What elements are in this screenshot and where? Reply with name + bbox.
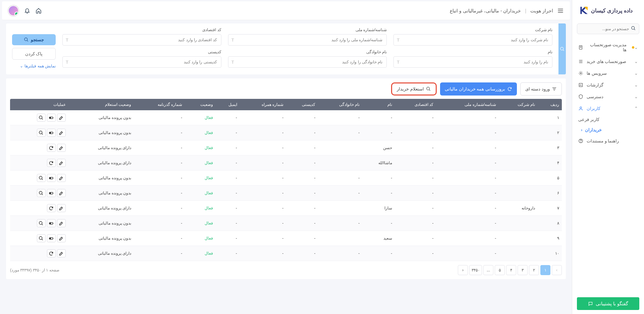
table-cell: بدون پرونده مالیاتی — [68, 171, 134, 186]
menu-search-input[interactable] — [577, 23, 639, 34]
table-cell — [499, 155, 538, 171]
row-search-button[interactable] — [37, 219, 46, 227]
table-cell-ops — [10, 186, 68, 201]
filter-postal-input[interactable] — [62, 56, 221, 68]
row-edit-button[interactable] — [57, 234, 66, 242]
filter-national-input[interactable] — [228, 34, 387, 46]
page-button[interactable]: ۳ — [518, 265, 528, 275]
row-edit-button[interactable] — [57, 129, 66, 137]
nav-purchases[interactable]: ⌄ صورتحساب های خرید — [572, 56, 644, 67]
row-toggle-button[interactable] — [47, 129, 56, 137]
table-cell: - — [395, 231, 436, 246]
filter-economic-input[interactable] — [62, 34, 221, 46]
page-button[interactable]: ۵ — [495, 265, 505, 275]
table-cell — [499, 186, 538, 201]
row-edit-button[interactable] — [57, 249, 66, 257]
row-toggle-button[interactable] — [47, 174, 56, 182]
row-edit-button[interactable] — [57, 144, 66, 152]
svg-line-39 — [42, 179, 43, 180]
nav-reports[interactable]: ⌄ گزارشات — [572, 79, 644, 91]
row-toggle-button[interactable] — [47, 189, 56, 197]
support-button[interactable]: گفتگو با پشتیبانی — [577, 297, 639, 310]
table-cell — [499, 216, 538, 231]
nav-help[interactable]: راهنما و مستندات — [572, 135, 644, 147]
table-cell-ops — [10, 231, 68, 246]
row-refresh-button[interactable] — [47, 204, 56, 212]
table-cell: بدون پرونده مالیاتی — [68, 186, 134, 201]
avatar[interactable] — [8, 5, 19, 16]
buyer-inquiry-button[interactable]: استعلام خریدار — [391, 82, 437, 96]
row-refresh-button[interactable] — [47, 159, 56, 167]
menu-icon[interactable] — [557, 7, 564, 14]
text-icon: T — [66, 60, 68, 65]
row-refresh-button[interactable] — [47, 144, 56, 152]
nav-invoices[interactable]: ⌄ مدیریت صورتحساب ها — [572, 39, 644, 56]
row-edit-button[interactable] — [57, 189, 66, 197]
row-search-button[interactable] — [37, 189, 46, 197]
prev-page-button[interactable]: ‹ — [458, 265, 468, 275]
filter-company-input[interactable] — [393, 34, 552, 46]
page-button[interactable]: ۴ — [506, 265, 516, 275]
home-icon[interactable] — [36, 8, 42, 14]
svg-point-21 — [24, 38, 28, 41]
table-cell — [499, 110, 538, 125]
filter-lname-input[interactable] — [228, 56, 387, 68]
report-icon — [578, 82, 583, 87]
bell-icon[interactable] — [24, 8, 30, 14]
table-header-cell: نام خانوادگی — [318, 99, 362, 110]
table-row: ۲-------فعال-بدون پرونده مالیاتی — [10, 125, 562, 140]
subnav-sub-user[interactable]: کاربر فرعی — [572, 114, 644, 125]
row-toggle-button[interactable] — [47, 219, 56, 227]
row-refresh-button[interactable] — [47, 249, 56, 257]
table-cell: - — [216, 201, 240, 216]
table-cell: - — [395, 186, 436, 201]
page-button[interactable]: ۲ — [529, 265, 539, 275]
chevron-down-icon: ⌄ — [20, 64, 23, 68]
row-search-button[interactable] — [37, 129, 46, 137]
nav-users[interactable]: ⌃ کاربران — [572, 103, 644, 114]
table-cell: - — [436, 110, 499, 125]
row-search-button[interactable] — [37, 114, 46, 122]
row-search-button[interactable] — [37, 234, 46, 242]
breadcrumb-sep: | — [525, 8, 526, 13]
search-icon — [560, 47, 565, 52]
table-cell: بدون پرونده مالیاتی — [68, 216, 134, 231]
table-row: ۷داروخانه--سارا---فعال-دارای پرونده مالی… — [10, 201, 562, 216]
filter-name-input[interactable] — [393, 56, 552, 68]
row-edit-button[interactable] — [57, 219, 66, 227]
subnav-buyers[interactable]: خریداران‹ — [572, 125, 644, 135]
table-cell: ۱ — [538, 110, 562, 125]
row-toggle-button[interactable] — [47, 114, 56, 122]
search-button[interactable]: جستجو — [12, 34, 56, 45]
row-edit-button[interactable] — [57, 174, 66, 182]
show-all-filters[interactable]: نمایش همه فیلترها ⌄ — [12, 64, 56, 68]
row-edit-button[interactable] — [57, 114, 66, 122]
filter-lname-label: نام خانوادگی — [228, 50, 387, 54]
next-page-button[interactable]: › — [552, 265, 562, 275]
nav-access[interactable]: ⌄ دسترسی — [572, 91, 644, 103]
svg-point-19 — [560, 47, 563, 50]
filter-sidebar-icon — [558, 23, 566, 74]
row-toggle-button[interactable] — [47, 234, 56, 242]
row-edit-button[interactable] — [57, 204, 66, 212]
nav-label: راهنما و مستندات — [587, 138, 619, 143]
table-cell: دارای پرونده مالیاتی — [68, 246, 134, 261]
batch-import-button[interactable]: ورود دسته ای — [520, 82, 562, 96]
update-all-button[interactable]: بروزرسانی همه خریداران مالیاتی — [440, 82, 517, 96]
clear-button[interactable]: پاک کردن — [12, 48, 56, 60]
page-button[interactable]: ... — [483, 265, 493, 275]
table-cell: - — [216, 231, 240, 246]
svg-point-38 — [39, 176, 42, 179]
row-search-button[interactable] — [37, 174, 46, 182]
page-button[interactable]: ۱ — [540, 265, 550, 275]
row-edit-button[interactable] — [57, 159, 66, 167]
table-cell: - — [362, 125, 395, 140]
svg-point-33 — [50, 132, 51, 133]
text-icon: T — [66, 38, 68, 43]
chevron-down-icon: ⌄ — [634, 71, 638, 76]
page-button[interactable]: ۳۴۵۰ — [469, 265, 482, 275]
table-cell: - — [318, 125, 362, 140]
table-header-cell: وضعیت استعلام — [68, 99, 134, 110]
chevron-down-icon: ⌄ — [634, 94, 638, 99]
nav-services[interactable]: ⌄ سرویس ها — [572, 67, 644, 79]
